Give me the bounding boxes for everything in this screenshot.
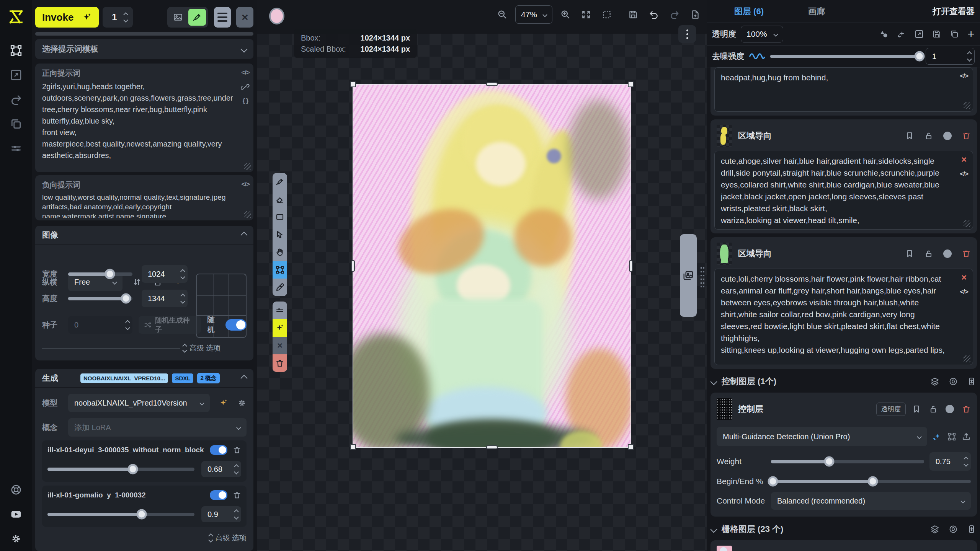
tab-workflows[interactable]: [6, 89, 26, 110]
new-canvas-icon[interactable]: [688, 7, 703, 22]
redo-icon[interactable]: [667, 7, 682, 22]
rect-tool[interactable]: [273, 208, 287, 226]
gallery-pull-tab[interactable]: [680, 234, 697, 317]
brush-color-swatch[interactable]: [269, 8, 284, 24]
raster-layers-section-header[interactable]: 栅格图层 (23 个): [711, 520, 976, 538]
queue-count-stepper[interactable]: [121, 13, 131, 22]
regional-prompt-textarea[interactable]: cute,loli,cherry blossoms,hair flower,pi…: [714, 269, 973, 365]
resize-grip[interactable]: [964, 355, 970, 362]
denoise-curve-icon[interactable]: [749, 52, 766, 60]
bbox-handle-s[interactable]: [486, 445, 498, 449]
regional-guidance-layer[interactable]: 区域导向 cute,ahoge,silver hair,blue hair,gr…: [710, 119, 977, 233]
denoise-slider[interactable]: [770, 55, 921, 58]
braces-icon[interactable]: { }: [243, 97, 248, 105]
lock-icon[interactable]: [924, 249, 933, 258]
seed-input[interactable]: 0: [68, 316, 132, 334]
resize-grip[interactable]: [964, 220, 970, 227]
visibility-all-icon[interactable]: [949, 377, 958, 386]
lora-weight-input[interactable]: 0.68: [201, 461, 241, 477]
delete-layer-icon[interactable]: [962, 404, 971, 414]
youtube-icon[interactable]: [6, 504, 26, 525]
filter-layer-icon[interactable]: [897, 29, 906, 39]
send-to-gallery-button[interactable]: [169, 9, 187, 26]
layers-stack-icon[interactable]: [930, 377, 939, 386]
canvas-menu-button[interactable]: [678, 25, 696, 43]
tab-upscaling[interactable]: [6, 65, 26, 85]
lora-enabled-toggle[interactable]: [210, 445, 227, 455]
positive-prompt-input[interactable]: 2girls,yuri,hug,heads together, outdoors…: [42, 81, 237, 164]
clear-prompt-icon[interactable]: ×: [961, 156, 967, 163]
tab-gallery[interactable]: 画廊: [786, 6, 847, 17]
tab-queue[interactable]: [6, 138, 26, 159]
bbox-handle-se[interactable]: [628, 444, 634, 450]
merge-layers-icon[interactable]: [879, 29, 889, 39]
lora-delete-icon[interactable]: [233, 491, 241, 499]
delete-layer-icon[interactable]: [962, 131, 971, 140]
random-seed-toggle[interactable]: [225, 319, 247, 331]
open-viewer-button[interactable]: 打开查看器: [933, 6, 975, 17]
width-input[interactable]: 1024: [142, 265, 188, 283]
lora-weight-slider[interactable]: [47, 513, 194, 516]
opacity-select[interactable]: 100%: [741, 26, 783, 42]
bookmark-icon[interactable]: [912, 404, 921, 414]
height-slider[interactable]: [68, 297, 132, 300]
bbox-handle-nw[interactable]: [350, 82, 356, 87]
tab-layers[interactable]: 图层 (6): [712, 6, 786, 17]
resize-grip[interactable]: [964, 102, 970, 109]
fit-bbox-icon[interactable]: [599, 7, 614, 22]
pan-tool[interactable]: [273, 243, 287, 261]
control-mode-select[interactable]: Balanced (recommended): [771, 492, 971, 510]
lock-icon[interactable]: [924, 131, 933, 140]
denoise-input[interactable]: 1: [926, 48, 975, 65]
layer-opacity-button[interactable]: 透明度: [876, 403, 906, 416]
duplicate-layer-icon[interactable]: [950, 29, 959, 39]
support-icon[interactable]: [6, 479, 26, 500]
code-icon[interactable]: </>: [960, 288, 968, 296]
bbox-handle-e[interactable]: [629, 260, 633, 272]
lock-icon[interactable]: [929, 404, 938, 414]
bookmark-icon[interactable]: [905, 131, 914, 140]
reference-prompt-textarea[interactable]: headpat,hug,hug from behind, </>: [714, 67, 973, 112]
invoke-button[interactable]: Invoke: [35, 7, 99, 28]
height-input[interactable]: 1344: [142, 290, 188, 307]
send-to-canvas-button[interactable]: [188, 9, 206, 26]
bbox-tool[interactable]: [273, 261, 287, 279]
transform-button[interactable]: [273, 302, 287, 319]
delete-button[interactable]: [273, 354, 287, 372]
colorpicker-tool[interactable]: [273, 279, 287, 296]
bbox-handle-n[interactable]: [486, 82, 498, 86]
code-icon[interactable]: </>: [241, 181, 250, 188]
weight-input[interactable]: 0.75: [929, 452, 971, 471]
visibility-all-icon[interactable]: [949, 525, 958, 534]
control-layers-section-header[interactable]: 控制图层 (1个): [711, 373, 976, 390]
control-model-select[interactable]: Multi-Guidance Detection (Union Pro): [717, 427, 927, 446]
settings-gear-icon[interactable]: [6, 528, 26, 549]
collapse-icon[interactable]: [240, 375, 247, 381]
save-canvas-icon[interactable]: [626, 7, 641, 22]
visibility-dot[interactable]: [943, 132, 952, 140]
code-icon[interactable]: </>: [960, 170, 968, 178]
swap-dimensions-icon[interactable]: [132, 277, 142, 287]
random-seed-button[interactable]: 随机生成种子: [139, 316, 201, 334]
add-lora-select[interactable]: 添加 LoRA: [68, 418, 247, 437]
tab-models[interactable]: [6, 114, 26, 134]
layers-list[interactable]: headpat,hug,hug from behind, </> 区域导向: [710, 67, 977, 551]
zoom-in-icon[interactable]: [558, 7, 573, 22]
prompt-template-select[interactable]: 选择提示词模板: [35, 39, 253, 59]
weight-slider[interactable]: [771, 460, 924, 463]
clear-queue-button[interactable]: ×: [236, 7, 253, 28]
resize-grip[interactable]: [244, 211, 251, 218]
add-layer-button[interactable]: +: [967, 27, 975, 41]
move-tool[interactable]: [273, 226, 287, 243]
canvas-area[interactable]: Bbox: 1024×1344 px Scaled Bbox: 1024×134…: [257, 0, 707, 551]
visibility-dot[interactable]: [943, 249, 952, 258]
process-sparkle-icon[interactable]: [933, 432, 942, 441]
bbox-handle-sw[interactable]: [350, 444, 356, 450]
clear-prompt-icon[interactable]: ×: [961, 274, 967, 281]
bookmark-icon[interactable]: [905, 249, 914, 258]
panel-resize-grip[interactable]: [700, 266, 705, 287]
lora-weight-slider[interactable]: [47, 468, 194, 471]
regional-guidance-layer[interactable]: 区域导向 cute,loli,cherry blossoms,hair flow…: [710, 237, 977, 369]
save-layer-icon[interactable]: [932, 29, 941, 39]
control-layer[interactable]: 控制层 透明度 Multi-Guidance Detection (Union …: [710, 393, 977, 517]
